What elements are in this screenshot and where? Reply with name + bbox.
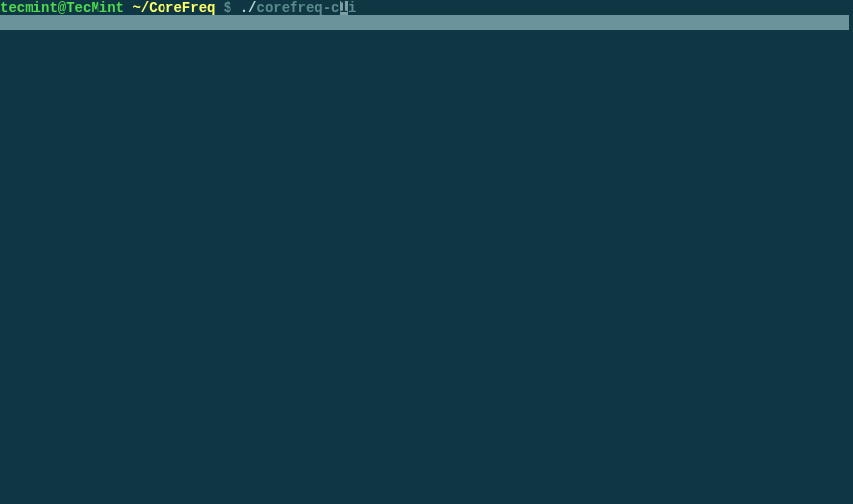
selection-highlight xyxy=(0,15,849,30)
terminal-window[interactable]: tecmint@TecMint ~/CoreFreq $ ./ corefreq… xyxy=(0,0,853,504)
prompt-line[interactable]: tecmint@TecMint ~/CoreFreq $ ./ corefreq… xyxy=(0,0,853,16)
